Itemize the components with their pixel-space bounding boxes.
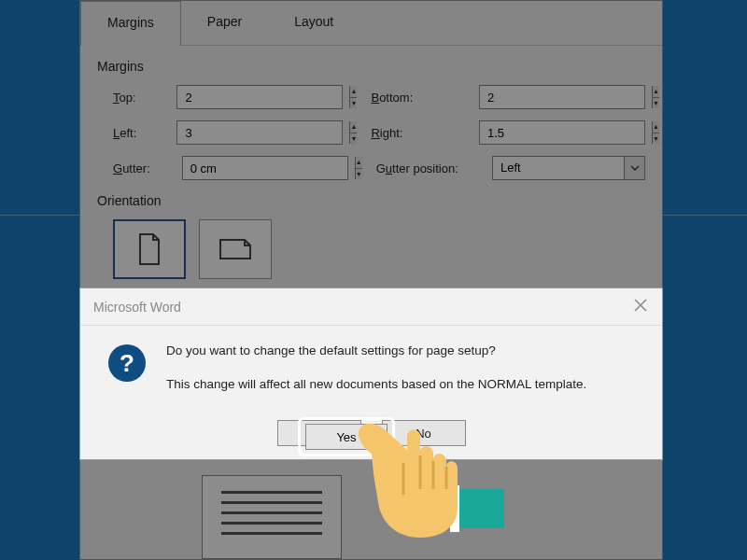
dialog-title: Microsoft Word xyxy=(93,300,181,315)
question-icon: ? xyxy=(108,344,146,382)
yes-button-highlighted[interactable]: Yes xyxy=(305,424,388,450)
close-button[interactable] xyxy=(632,297,649,316)
dim-overlay xyxy=(0,0,747,560)
close-icon xyxy=(632,297,649,314)
dialog-text-line2: This change will affect all new document… xyxy=(166,376,586,393)
yes-button-highlight: Yes xyxy=(298,417,395,456)
dialog-text-line1: Do you want to change the default settin… xyxy=(166,343,586,359)
